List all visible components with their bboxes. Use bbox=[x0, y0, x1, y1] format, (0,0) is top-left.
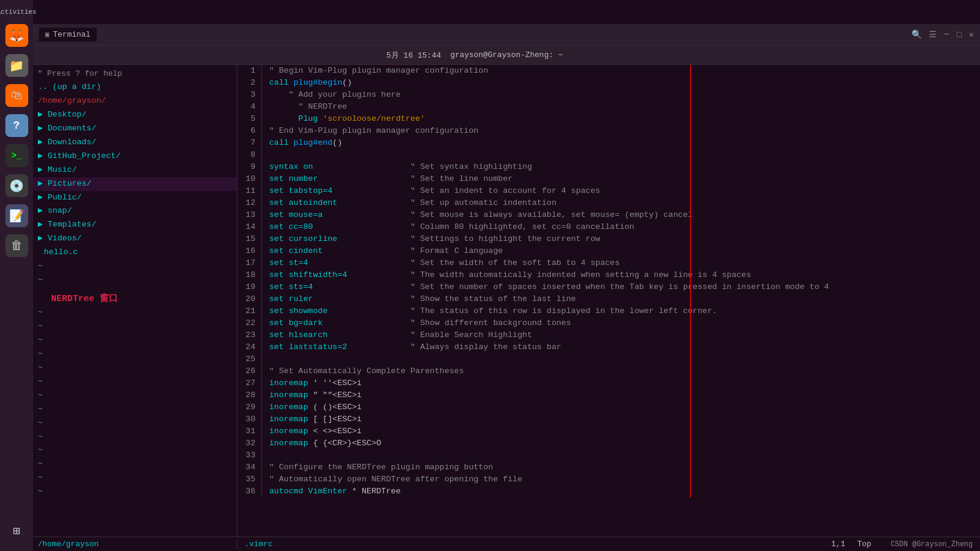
window-title: grayson@Grayson-Zheng: ~ bbox=[450, 50, 562, 59]
code-line-32: 32 inoremap { {<CR>}<ESC>O bbox=[237, 437, 980, 449]
code-editor[interactable]: 1 " Begin Vim-Plug plugin manager config… bbox=[237, 65, 980, 537]
media-icon[interactable]: 💿 bbox=[5, 174, 28, 197]
nerd-tilde-16: ~ bbox=[33, 485, 237, 499]
nerd-tilde-6: ~ bbox=[33, 347, 237, 361]
code-line-24: 24 set laststatus=2 " Always display the… bbox=[237, 341, 980, 353]
code-line-12: 12 set autoindent " Set up automatic ind… bbox=[237, 197, 980, 209]
search-icon[interactable]: 🔍 bbox=[912, 29, 922, 40]
nerd-tilde-1: ~ bbox=[33, 260, 237, 273]
menu-icon[interactable]: ☰ bbox=[929, 29, 937, 40]
status-path: /home/grayson bbox=[33, 540, 237, 549]
code-line-13: 13 set mouse=a " Set mouse is always ava… bbox=[237, 209, 980, 221]
nerdtree-panel: " Press ? for help .. (up a dir) /home/g… bbox=[33, 65, 237, 537]
code-line-1: 1 " Begin Vim-Plug plugin manager config… bbox=[237, 65, 980, 77]
nerd-dir-github[interactable]: ▶ GitHub_Project/ bbox=[33, 150, 237, 163]
nerd-file-hello[interactable]: hello.c bbox=[33, 246, 237, 260]
nerd-dir-pictures[interactable]: ▶ Pictures/ bbox=[33, 177, 237, 191]
nerd-tilde-14: ~ bbox=[33, 457, 237, 471]
nerd-tilde-3: ~ bbox=[33, 306, 237, 320]
code-line-22: 22 set bg=dark " Show different backgrou… bbox=[237, 317, 980, 329]
nerd-tilde-5: ~ bbox=[33, 333, 237, 347]
help-icon[interactable]: ? bbox=[5, 114, 28, 137]
code-line-16: 16 set cindent " Format C language bbox=[237, 245, 980, 257]
nerd-dir-public[interactable]: ▶ Public/ bbox=[33, 191, 237, 205]
appstore-icon[interactable]: 🛍 bbox=[5, 84, 28, 107]
minimize-button[interactable]: − bbox=[944, 29, 950, 40]
trash-icon[interactable]: 🗑 bbox=[5, 234, 28, 257]
code-line-34: 34 " Configure the NERDTree plugin mappi… bbox=[237, 461, 980, 473]
code-line-4: 4 " NERDTree bbox=[237, 101, 980, 113]
code-line-27: 27 inoremap ' ''<ESC>i bbox=[237, 377, 980, 389]
nerd-tilde-2: ~ bbox=[33, 273, 237, 287]
code-line-7: 7 call plug#end() bbox=[237, 137, 980, 149]
code-line-14: 14 set cc=80 " Column 80 highlighted, se… bbox=[237, 221, 980, 233]
terminal-tab-label: Terminal bbox=[53, 30, 90, 39]
nerd-dir-downloads[interactable]: ▶ Downloads/ bbox=[33, 136, 237, 150]
code-line-9: 9 syntax on " Set syntax highlighting bbox=[237, 161, 980, 173]
code-line-18: 18 set shiftwidth=4 " The width automati… bbox=[237, 269, 980, 281]
code-line-36: 36 autocmd VimEnter * NERDTree bbox=[237, 486, 980, 498]
nerd-tilde-4: ~ bbox=[33, 320, 237, 333]
code-line-28: 28 inoremap " ""<ESC>i bbox=[237, 389, 980, 401]
status-bar: /home/grayson .vimrc 1,1 Top CSDN @Grays… bbox=[33, 537, 980, 551]
terminal-tab[interactable]: ▣ Terminal bbox=[39, 28, 97, 41]
code-line-10: 10 set number " Set the line number bbox=[237, 173, 980, 185]
firefox-icon[interactable]: 🦊 bbox=[5, 24, 28, 47]
nerd-dir-desktop[interactable]: ▶ Desktop/ bbox=[33, 108, 237, 122]
texteditor-icon[interactable]: 📝 bbox=[5, 204, 28, 227]
nerd-dir-videos[interactable]: ▶ Videos/ bbox=[33, 232, 237, 246]
terminal-icon[interactable]: >_ bbox=[5, 144, 28, 167]
nerd-homepath: /home/grayson/ bbox=[33, 94, 237, 108]
code-line-30: 30 inoremap [ []<ESC>i bbox=[237, 413, 980, 425]
tab-terminal-icon: ▣ bbox=[45, 30, 49, 39]
grid-icon[interactable]: ⊞ bbox=[5, 519, 28, 542]
code-line-20: 20 set ruler " Show the status of the la… bbox=[237, 293, 980, 305]
nerd-tilde-9: ~ bbox=[33, 389, 237, 403]
nerd-dir-music[interactable]: ▶ Music/ bbox=[33, 163, 237, 177]
nerd-tilde-15: ~ bbox=[33, 471, 237, 485]
nerd-tilde-10: ~ bbox=[33, 403, 237, 416]
nerd-tilde-12: ~ bbox=[33, 430, 237, 444]
code-line-3: 3 " Add your plugins here bbox=[237, 89, 980, 101]
code-line-21: 21 set showmode " The status of this row… bbox=[237, 305, 980, 317]
nerd-dir-snap[interactable]: ▶ snap/ bbox=[33, 204, 237, 218]
code-line-35: 35 " Automatically open NERDTree after o… bbox=[237, 473, 980, 486]
code-line-26: 26 " Set Automatically Complete Parenthe… bbox=[237, 365, 980, 377]
nerd-dir-documents[interactable]: ▶ Documents/ bbox=[33, 122, 237, 136]
nerd-tilde-8: ~ bbox=[33, 375, 237, 389]
datetime: 5月 16 15:44 bbox=[386, 50, 441, 61]
code-line-23: 23 set hlsearch " Enable Search Highligh… bbox=[237, 329, 980, 341]
status-credit: CSDN @Grayson_Zheng bbox=[878, 540, 980, 549]
status-scroll: Top bbox=[857, 540, 871, 549]
files-icon[interactable]: 📁 bbox=[5, 54, 28, 77]
code-line-17: 17 set st=4 " Set the width of the soft … bbox=[237, 257, 980, 269]
code-line-6: 6 " End Vim-Plug plugin manager configur… bbox=[237, 125, 980, 137]
activities-label[interactable]: Activities bbox=[0, 6, 39, 18]
nerd-dir-templates[interactable]: ▶ Templates/ bbox=[33, 218, 237, 232]
main-container: ▣ Terminal 🔍 ☰ − □ ✕ grayson@Grayson-Zhe… bbox=[33, 24, 980, 551]
code-line-11: 11 set tabstop=4 " Set an indent to acco… bbox=[237, 185, 980, 197]
nerd-help-line: " Press ? for help bbox=[33, 67, 237, 81]
editor-area: " Press ? for help .. (up a dir) /home/g… bbox=[33, 65, 980, 537]
code-line-29: 29 inoremap ( ()<ESC>i bbox=[237, 401, 980, 413]
status-right: 1,1 Top bbox=[824, 540, 878, 549]
nerd-tilde-7: ~ bbox=[33, 361, 237, 375]
code-line-33: 33 bbox=[237, 449, 980, 461]
code-line-31: 31 inoremap < <><ESC>i bbox=[237, 425, 980, 437]
restore-button[interactable]: □ bbox=[957, 30, 961, 40]
status-position: 1,1 bbox=[831, 540, 845, 549]
code-line-5: 5 Plug 'scrooloose/nerdtree' bbox=[237, 113, 980, 125]
code-line-2: 2 call plug#begin() bbox=[237, 77, 980, 89]
title-bar-controls: 🔍 ☰ − □ ✕ bbox=[912, 29, 974, 40]
code-line-25: 25 bbox=[237, 353, 980, 365]
code-line-8: 8 bbox=[237, 149, 980, 161]
code-line-15: 15 set cursorline " Settings to highligh… bbox=[237, 233, 980, 245]
nerd-updir[interactable]: .. (up a dir) bbox=[33, 81, 237, 94]
nerd-tilde-11: ~ bbox=[33, 416, 237, 430]
nerd-tilde-13: ~ bbox=[33, 443, 237, 457]
window-titlebar: grayson@Grayson-Zheng: ~ 5月 16 15:44 bbox=[33, 46, 980, 65]
nerd-window-title: NERDTree 窗口 bbox=[33, 292, 237, 306]
code-content: 1 " Begin Vim-Plug plugin manager config… bbox=[237, 65, 980, 498]
close-button[interactable]: ✕ bbox=[969, 29, 974, 40]
activities-bar: Activities 🦊 📁 🛍 ? >_ 💿 📝 🗑 ⊞ bbox=[0, 0, 33, 551]
